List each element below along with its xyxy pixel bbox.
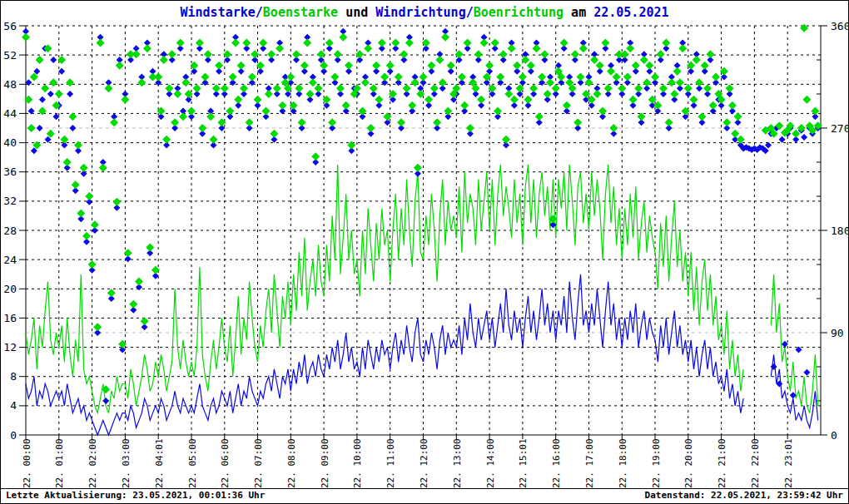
x-tick-label: 22. 07:00 — [253, 438, 264, 488]
chart-plot-area: 0481216202428323640444852560901802703602… — [1, 1, 849, 504]
wind-chart-page: Windstarke/Boenstarke und Windrichtung/B… — [0, 0, 849, 504]
x-tick-label: 22. 23:01 — [783, 438, 794, 488]
y-left-tick-label: 56 — [3, 20, 17, 32]
x-tick-label: 22. 08:00 — [286, 438, 297, 488]
x-tick-label: 22. 06:00 — [220, 438, 231, 488]
y-right-tick-label: 360 — [831, 20, 849, 32]
y-left-tick-label: 36 — [3, 166, 17, 178]
y-left-tick-label: 16 — [3, 312, 17, 324]
x-tick-label: 22. 13:00 — [452, 438, 463, 488]
x-tick-label: 22. 03:00 — [121, 438, 132, 488]
y-right-tick-label: 0 — [831, 429, 837, 442]
x-tick-label: 22. 21:00 — [717, 438, 727, 488]
y-right-tick-label: 270 — [831, 122, 849, 135]
y-left-tick-label: 20 — [3, 283, 17, 295]
x-tick-label: 22. 04:01 — [154, 438, 165, 488]
x-tick-label: 22. 09:00 — [320, 438, 330, 488]
x-tick-label: 22. 02:00 — [87, 438, 98, 488]
x-tick-label: 22. 20:00 — [683, 438, 694, 488]
y-left-tick-label: 24 — [3, 254, 17, 266]
x-tick-label: 22. 19:00 — [651, 438, 662, 488]
x-tick-label: 22. 22:00 — [750, 438, 761, 488]
y-left-tick-label: 44 — [3, 107, 17, 120]
x-tick-label: 22. 14:00 — [485, 438, 496, 488]
x-tick-label: 22. 05:00 — [187, 438, 198, 488]
y-left-tick-label: 4 — [10, 399, 17, 412]
x-tick-label: 22. 16:00 — [551, 438, 562, 488]
y-left-tick-label: 0 — [10, 429, 17, 442]
x-tick-label: 22. 17:00 — [584, 438, 595, 488]
footer-bar: Letzte Aktualisierung: 23.05.2021, 00:01… — [1, 488, 848, 503]
last-update-caption: Letzte Aktualisierung: 23.05.2021, 00:01… — [6, 489, 265, 502]
y-right-tick-label: 180 — [831, 225, 849, 237]
y-left-tick-label: 40 — [3, 136, 17, 149]
y-right-tick-label: 90 — [831, 327, 844, 339]
x-tick-label: 22. 12:00 — [419, 438, 429, 488]
series-boenrichtung-markers — [22, 24, 822, 394]
x-tick-label: 22. 18:00 — [618, 438, 628, 488]
y-left-tick-label: 12 — [3, 341, 17, 353]
x-tick-label: 22. 00:00 — [22, 438, 32, 488]
x-tick-label: 22. 11:00 — [385, 438, 396, 488]
y-left-tick-label: 48 — [3, 78, 17, 91]
x-tick-label: 22. 15:01 — [518, 438, 529, 488]
y-left-tick-label: 32 — [3, 195, 17, 207]
x-tick-label: 22. 01:00 — [54, 438, 65, 488]
data-timestamp-caption: Datenstand: 22.05.2021, 23:59:42 Uhr — [645, 489, 843, 502]
y-left-tick-label: 28 — [3, 225, 17, 237]
x-tick-label: 22. 10:00 — [352, 438, 363, 488]
y-left-tick-label: 52 — [3, 49, 17, 62]
y-left-tick-label: 8 — [10, 370, 17, 383]
